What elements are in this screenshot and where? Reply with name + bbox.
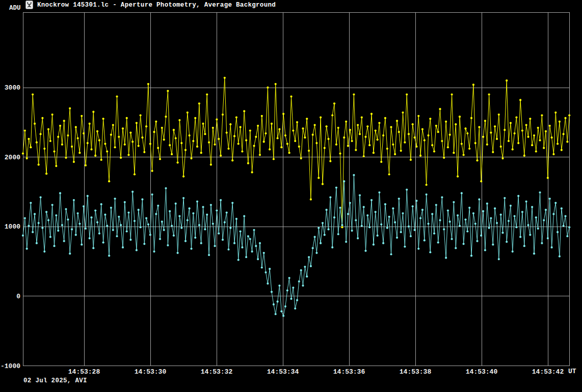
data-point: [264, 271, 267, 273]
data-point: [421, 209, 424, 211]
data-point: [337, 233, 339, 235]
data-point: [361, 117, 363, 119]
data-point: [81, 243, 83, 245]
data-point: [67, 134, 69, 136]
data-point: [523, 245, 525, 247]
data-point: [390, 126, 392, 128]
data-point: [257, 258, 259, 260]
data-point: [375, 129, 377, 131]
data-point: [529, 234, 531, 236]
data-point: [322, 183, 324, 185]
data-point: [431, 144, 433, 146]
data-point: [326, 209, 328, 211]
data-point: [351, 140, 353, 142]
data-point: [251, 250, 253, 253]
data-point: [498, 258, 500, 260]
data-point: [98, 233, 100, 235]
data-point: [357, 124, 359, 126]
data-point: [464, 127, 466, 129]
data-point: [392, 207, 394, 209]
data-point: [451, 238, 453, 240]
data-point: [231, 159, 233, 161]
data-point: [241, 246, 243, 248]
data-point: [269, 268, 271, 270]
data-point: [371, 113, 373, 115]
data-point: [547, 177, 549, 179]
data-point: [294, 307, 296, 310]
data-point: [57, 136, 59, 138]
data-point: [353, 174, 355, 176]
data-point: [318, 177, 320, 179]
data-point: [396, 120, 398, 122]
data-point: [551, 246, 553, 248]
data-point: [153, 131, 155, 133]
data-point: [445, 121, 447, 123]
data-point: [169, 210, 171, 212]
data-point: [386, 227, 388, 229]
data-point: [94, 155, 96, 157]
data-point: [470, 117, 472, 119]
data-point: [284, 305, 286, 307]
data-point: [118, 216, 120, 218]
data-point: [140, 114, 142, 116]
data-point: [165, 116, 167, 118]
y-tick-label: 2000: [5, 154, 20, 161]
data-point: [83, 132, 85, 134]
data-point: [280, 310, 282, 312]
data-point: [552, 153, 554, 155]
data-point: [175, 137, 177, 139]
x-tick-label: 14:53:28: [68, 368, 100, 376]
data-point: [81, 115, 83, 117]
data-point: [253, 145, 255, 147]
data-point: [492, 151, 494, 153]
lightcurve-plot[interactable]: 3000200010000-100014:53:2814:53:3014:53:…: [0, 0, 582, 392]
data-point: [541, 242, 543, 244]
data-point: [347, 213, 349, 215]
data-point: [549, 125, 551, 127]
data-point: [472, 83, 474, 86]
data-point: [476, 159, 478, 161]
data-point: [96, 130, 98, 132]
data-point: [277, 137, 279, 139]
data-point: [400, 231, 402, 233]
data-point: [363, 206, 365, 208]
data-point: [129, 239, 131, 241]
data-point: [277, 300, 279, 302]
data-point: [202, 123, 204, 125]
data-point: [269, 148, 271, 150]
data-point: [306, 118, 308, 120]
data-point: [331, 246, 333, 248]
data-point: [388, 216, 390, 218]
data-point: [308, 256, 310, 258]
data-point: [521, 129, 523, 131]
data-point: [568, 114, 570, 116]
data-point: [65, 157, 67, 159]
data-point: [382, 242, 384, 244]
data-point: [392, 144, 394, 146]
data-point: [280, 146, 282, 148]
data-point: [298, 281, 300, 283]
data-point: [406, 93, 408, 95]
data-point: [322, 222, 324, 224]
data-point: [482, 210, 484, 212]
data-point: [227, 248, 229, 250]
data-point: [40, 197, 42, 199]
data-point: [400, 150, 402, 152]
data-point: [47, 219, 49, 221]
data-point: [90, 216, 92, 218]
data-point: [264, 132, 267, 134]
data-point: [34, 123, 36, 125]
window-title: Knockrow 145301.lc - Aperture Photometry…: [37, 2, 276, 9]
data-point: [501, 232, 504, 234]
data-point: [122, 246, 124, 248]
data-point: [394, 221, 396, 223]
x-tick-label: 14:53:30: [135, 368, 167, 376]
data-point: [278, 128, 280, 130]
data-point: [61, 144, 63, 146]
data-point: [386, 148, 388, 150]
data-point: [500, 214, 502, 216]
data-point: [214, 245, 216, 247]
data-point: [210, 204, 212, 206]
data-point: [466, 132, 468, 134]
data-point: [345, 241, 347, 243]
